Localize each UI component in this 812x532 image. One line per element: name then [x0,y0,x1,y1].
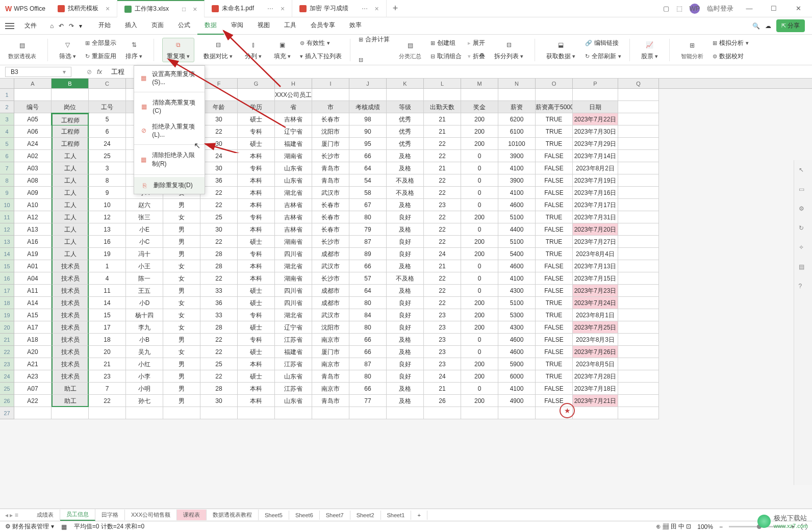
cell[interactable]: 95 [349,138,387,150]
cell[interactable] [618,309,659,321]
row-header[interactable]: 14 [0,248,14,260]
cell[interactable]: 2023年7月25日 [573,321,618,334]
cell[interactable]: 2023年7月24日 [573,297,618,309]
cell[interactable]: 厦门市 [312,346,349,358]
cell[interactable]: 200 [461,395,498,407]
doc-tab[interactable]: 未命名1.pdf⋯× [205,0,292,17]
doc-tab[interactable]: 找稻壳模板× [50,0,117,17]
cell[interactable]: 4 [89,272,126,285]
cell[interactable]: 四川省 [275,285,312,297]
cell[interactable]: 良好 [387,297,424,309]
cell[interactable]: 女 [163,297,200,309]
cell[interactable]: 陈一 [126,272,163,285]
cell[interactable]: 28 [200,260,238,272]
col-header[interactable]: O [536,79,573,88]
cell[interactable]: FALSE [536,162,573,174]
cell[interactable] [238,407,275,419]
cell[interactable] [618,260,659,272]
cell[interactable]: A23 [14,370,52,383]
cell[interactable]: 本科 [238,383,275,395]
layout-icon[interactable]: ▦ [61,523,67,530]
cell[interactable]: 22 [200,187,238,199]
cell[interactable] [387,89,424,101]
cell[interactable]: 良好 [387,248,424,260]
cell[interactable]: 2023年7月13日 [573,260,618,272]
cell[interactable]: A14 [14,297,52,309]
header-cell[interactable]: 编号 [14,101,52,113]
cell[interactable]: 及格 [387,346,424,358]
col-header[interactable]: H [275,79,312,88]
maximize-button[interactable]: ☐ [765,1,782,16]
row-header[interactable]: 20 [0,321,14,334]
row-header[interactable]: 10 [0,199,14,211]
cell[interactable]: 23 [424,346,461,358]
compare-button[interactable]: ⊟数据对比 ▾ [200,38,236,62]
sim-button[interactable]: ⊞ 模拟分析 ▾ [713,37,749,49]
cell[interactable]: 湖北省 [275,309,312,321]
col-header[interactable]: N [498,79,536,88]
cell[interactable]: 4600 [498,334,536,346]
cell[interactable]: 98 [349,113,387,125]
cell[interactable] [461,89,498,101]
cell[interactable]: 200 [461,358,498,370]
dd-item[interactable]: ⎘删除重复项(D) [134,177,205,194]
menu-tab-工具[interactable]: 工具 [277,17,303,35]
cell[interactable]: 25 [200,211,238,223]
cell[interactable]: 技术员 [52,321,89,334]
ops-icons[interactable]: ⊕ ▦ 田 中 ⊡ [656,522,691,531]
sheet-tab[interactable]: 数据透视表教程 [207,510,259,520]
cell[interactable]: 30 [200,223,238,236]
cell[interactable]: 25 [89,150,126,162]
search-icon[interactable]: 🔍 [752,22,760,30]
cell[interactable]: 技术员 [52,346,89,358]
cell[interactable]: 沈阳市 [312,125,349,138]
cell[interactable]: 2023年7月30日 [573,125,618,138]
cell[interactable]: 女 [163,346,200,358]
cell[interactable]: 80 [349,211,387,223]
cell[interactable]: 硕士 [238,346,275,358]
cell[interactable] [618,162,659,174]
cell[interactable]: A18 [14,334,52,346]
cell[interactable]: A12 [14,211,52,223]
cell[interactable] [498,407,536,419]
tool1-icon[interactable]: ✧ [799,244,808,253]
sheet-tab[interactable]: Sheet5 [259,511,289,520]
cell[interactable]: FALSE [536,272,573,285]
cell[interactable]: TRUE [536,211,573,223]
cell[interactable] [52,89,89,101]
cell[interactable] [618,383,659,395]
cell[interactable]: 技术员 [52,297,89,309]
cell[interactable]: 本科 [238,223,275,236]
cell[interactable]: A03 [14,162,52,174]
cell[interactable]: 4600 [498,260,536,272]
cell[interactable] [618,248,659,260]
menu-tab-公式[interactable]: 公式 [171,17,197,35]
cell[interactable] [618,101,659,113]
row-header[interactable]: 15 [0,260,14,272]
cell[interactable]: 4300 [498,321,536,334]
cell[interactable]: 15 [89,309,126,321]
cell[interactable] [536,89,573,101]
cell[interactable]: TRUE [536,138,573,150]
cell[interactable]: 小C [126,236,163,248]
cell[interactable]: 本科 [238,260,275,272]
cell[interactable]: 2023年7月27日 [573,236,618,248]
getdata-button[interactable]: ⬓获取数据 ▾ [543,38,578,62]
cell[interactable]: TRUE [536,125,573,138]
sheet-tab[interactable]: Sheet7 [320,511,350,520]
cell[interactable]: 30 [200,113,238,125]
cell[interactable]: 小王 [126,260,163,272]
consolidate-button[interactable]: ⊞ 合并计算 [359,34,390,46]
cell[interactable]: 小李 [126,370,163,383]
row-header[interactable]: 16 [0,272,14,285]
cell[interactable]: A01 [14,260,52,272]
cell[interactable]: A15 [14,309,52,321]
cell[interactable]: 硕士 [238,297,275,309]
cell[interactable]: 小明 [126,383,163,395]
cell[interactable]: 南京市 [312,383,349,395]
cell[interactable]: 吉林省 [275,113,312,125]
cell[interactable]: 四川省 [275,248,312,260]
cell[interactable]: 80 [349,297,387,309]
cell[interactable] [618,334,659,346]
cell[interactable]: 25 [200,358,238,370]
